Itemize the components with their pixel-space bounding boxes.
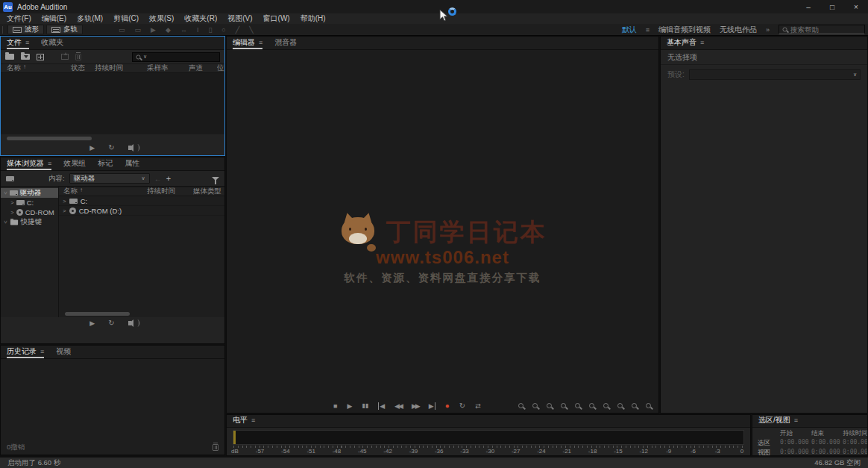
col-bitdepth[interactable]: 位 [217,63,224,73]
media-play-icon[interactable]: ▶ [89,319,95,327]
expander-icon[interactable]: > [63,208,66,213]
rewind-button[interactable]: ◀◀ [394,402,402,410]
expander-icon[interactable]: > [2,220,8,223]
tab-video[interactable]: 视频 [56,346,71,358]
fast-forward-button[interactable]: ▶▶ [412,402,419,410]
tab-favorites[interactable]: 收藏夹 [41,37,63,49]
menu-window[interactable]: 窗口(W) [258,13,295,24]
media-col-name[interactable]: 名称 ↑ [63,187,147,196]
menu-help[interactable]: 帮助(H) [295,13,331,24]
tab-files[interactable]: 文件 ≡ [7,37,29,49]
expander-icon[interactable]: > [10,199,13,205]
pause-button[interactable]: ▮▮ [362,402,368,409]
zoom-in-time-icon[interactable] [518,403,523,408]
files-trash-icon[interactable] [75,54,81,60]
slip-tool-icon[interactable]: ↔ [180,26,187,34]
media-row-c-drive[interactable]: > C: [59,196,224,206]
play-button[interactable]: ▶ [347,402,352,410]
col-channels[interactable]: 声道 [189,63,217,73]
selview-panel-menu-icon[interactable]: ≡ [794,416,798,424]
multitrack-button[interactable]: 多轨 [46,25,83,34]
help-search-input[interactable] [790,25,861,34]
media-row-cdrom[interactable]: > CD-ROM (D:) [59,206,224,216]
stop-button[interactable]: ■ [333,402,337,410]
menu-effects[interactable]: 效果(S) [144,13,179,24]
media-col-duration[interactable]: 持续时间 [147,187,193,196]
move-to-previous-button[interactable]: ◀ [378,402,385,410]
spectral-frequency-icon[interactable]: ▭ [119,26,125,34]
files-autoplay-speaker-icon[interactable] [128,146,131,150]
back-arrow-icon[interactable]: ← [154,175,162,183]
marquee-selection-tool-icon[interactable]: ▯ [208,26,212,34]
zoom-full-icon[interactable] [646,403,651,408]
menu-clip[interactable]: 剪辑(C) [108,13,144,24]
tab-properties[interactable]: 属性 [125,157,139,170]
filter-funnel-icon[interactable] [212,177,219,181]
workspace-radio-production[interactable]: 无线电作品 [720,25,757,35]
files-panel-menu-icon[interactable]: ≡ [25,39,29,46]
spectral-pitch-icon[interactable]: ▭ [135,26,142,34]
menu-multitrack[interactable]: 多轨(M) [72,13,108,24]
maximize-button[interactable]: □ [820,0,844,13]
selection-start-value[interactable]: 0:00.000 [780,439,811,448]
workspace-menu-icon[interactable]: ≡ [646,26,650,34]
waveform-button[interactable]: 波形 [7,25,44,34]
close-button[interactable]: × [844,0,868,13]
level-panel-menu-icon[interactable]: ≡ [251,416,255,424]
minimize-button[interactable]: – [796,0,820,13]
open-file-icon[interactable] [5,54,14,60]
menu-view[interactable]: 视图(V) [222,13,257,24]
expander-icon[interactable]: > [2,191,8,194]
media-import-icon[interactable] [6,176,14,181]
view-duration-value[interactable]: 0:00.000 [843,449,868,456]
tab-history[interactable]: 历史记录 ≡ [7,346,44,358]
tab-editor[interactable]: 编辑器 ≡ [233,37,262,49]
selection-end-value[interactable]: 0:00.000 [811,439,843,448]
files-search-input[interactable] [149,53,216,60]
zoom-in-point-icon[interactable] [589,403,594,408]
expander-icon[interactable]: > [10,209,13,215]
move-tool-icon[interactable]: ▶ [151,26,156,34]
view-start-value[interactable]: 0:00.000 [780,449,811,456]
tree-item-drives[interactable]: > 驱动器 [1,188,58,198]
menu-edit[interactable]: 编辑(E) [37,13,72,24]
files-search-dropdown-icon[interactable]: ∨ [143,54,147,60]
zoom-out-amplitude-icon[interactable] [561,403,566,408]
workspace-overflow-icon[interactable]: » [766,26,770,34]
editor-panel-menu-icon[interactable]: ≡ [259,39,262,46]
files-play-icon[interactable]: ▶ [89,144,95,152]
insert-into-multitrack-icon[interactable] [61,54,69,60]
zoom-out-point-icon[interactable] [603,403,608,408]
record-button[interactable]: ● [445,402,450,410]
zoom-out-time-icon[interactable] [532,403,538,408]
move-to-next-button[interactable]: ▶ [429,402,435,410]
tree-item-shortcuts[interactable]: > 快捷键 [1,217,58,227]
view-end-value[interactable]: 0:00.000 [811,449,843,456]
spot-healing-brush-tool-icon[interactable]: ╲ [249,26,253,34]
media-scrollbar-thumb[interactable] [65,312,130,316]
lasso-selection-tool-icon[interactable]: ○ [221,26,225,34]
import-file-icon[interactable] [21,54,30,60]
zoom-selection-edges-icon[interactable] [617,403,623,408]
col-duration[interactable]: 持续时间 [95,63,147,73]
tab-selection-view[interactable]: 选区/视图 ≡ [758,415,798,427]
media-autoplay-speaker-icon[interactable] [128,321,131,325]
loop-playback-button[interactable]: ↻ [459,402,465,410]
col-name[interactable]: 名称 ↑ [7,63,71,73]
files-loop-icon[interactable]: ↻ [108,143,114,152]
selection-duration-value[interactable]: 0:00.000 [843,439,868,448]
media-loop-icon[interactable]: ↻ [108,319,114,327]
preset-dropdown[interactable]: ∨ [689,69,861,80]
files-scrollbar-thumb[interactable] [7,137,92,140]
zoom-in-amplitude-icon[interactable] [547,403,552,408]
new-item-icon[interactable] [37,54,44,60]
workspace-default[interactable]: 默认 [622,25,637,35]
menu-favorites[interactable]: 收藏夹(R) [179,13,222,24]
expander-icon[interactable]: > [63,198,66,204]
tab-markers[interactable]: 标记 [98,157,113,170]
tree-item-c-drive[interactable]: > C: [1,198,58,208]
zoom-selection-icon[interactable] [575,403,580,408]
col-samplerate[interactable]: 采样率 [147,63,189,73]
tab-mixer[interactable]: 混音器 [274,37,297,49]
tab-levels[interactable]: 电平 ≡ [233,415,255,427]
